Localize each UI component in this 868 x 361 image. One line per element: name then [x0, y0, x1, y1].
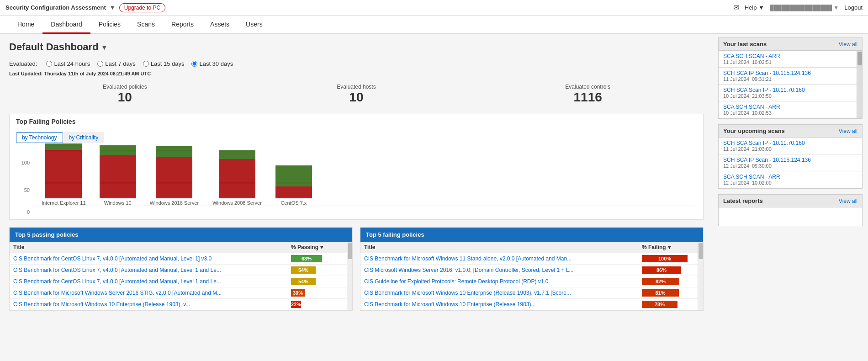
failing-row-1-pct: 100%	[638, 253, 698, 264]
last-scan-1-name[interactable]: SCA SCH SCAN - ARR	[723, 53, 852, 59]
passing-row-1-pct: 68%	[287, 253, 347, 264]
grid-line-bot	[32, 206, 694, 206]
passing-row-2: CIS Benchmark for CentOS Linux 7, v4.0.0…	[10, 265, 347, 276]
latest-reports-view-all[interactable]: View all	[839, 198, 857, 204]
top-passing-content: Title % Passing ▾ CIS Benchmark for Cent…	[10, 242, 347, 310]
passing-row-4: CIS Benchmark for Microsoft Windows Serv…	[10, 287, 347, 299]
bar-red-w2008	[219, 159, 255, 198]
bar-group-centos: CentOS 7.x	[275, 165, 312, 206]
passing-col-pct[interactable]: % Passing ▾	[287, 242, 347, 253]
top-failing-content: Title % Failing ▾ CIS Benchmark for Micr…	[360, 242, 698, 310]
passing-row-1-title[interactable]: CIS Benchmark for CentOS Linux 7, v4.0.0…	[10, 253, 287, 264]
mail-icon[interactable]: ✉	[733, 3, 739, 12]
passing-row-5-title[interactable]: CIS Benchmark for Microsoft Windows 10 E…	[10, 299, 287, 310]
last-scans-header: Your last scans View all	[719, 38, 862, 51]
top-passing-box: Top 5 passing policies Title % Passing ▾…	[9, 227, 353, 311]
upcoming-scan-3-name[interactable]: SCA SCH SCAN - ARR	[723, 174, 857, 180]
tab-by-criticality[interactable]: by Criticality	[63, 132, 105, 143]
bar-green-centos	[275, 165, 312, 186]
passing-row-2-title[interactable]: CIS Benchmark for CentOS Linux 7, v4.0.0…	[10, 265, 287, 276]
passing-row-5-pct: 22%	[287, 299, 347, 310]
upcoming-scans-section: Your upcoming scans View all SCH SCA Sca…	[718, 124, 863, 189]
bar-red-w10	[100, 155, 136, 198]
failing-row-3-title[interactable]: CIS Guideline for Exploited Protocols: R…	[360, 276, 638, 287]
radio-7d[interactable]: Last 7 days	[97, 60, 136, 67]
passing-scrollbar[interactable]	[347, 242, 352, 310]
failing-row-5-title[interactable]: CIS Benchmark for Microsoft Windows 10 E…	[360, 299, 638, 310]
passing-col-header: Title % Passing ▾	[10, 242, 347, 253]
upcoming-scans-header: Your upcoming scans View all	[719, 125, 862, 138]
dashboard-dropdown-arrow[interactable]: ▾	[102, 43, 106, 52]
last-scans-view-all[interactable]: View all	[839, 41, 857, 48]
last-scans-list: SCA SCH SCAN - ARR 11 Jul 2024, 10:02:51…	[719, 51, 857, 118]
passing-row-3-title[interactable]: CIS Benchmark for CentOS Linux 7, v4.0.0…	[10, 276, 287, 287]
bar-red-ie	[45, 150, 82, 198]
nav-item-dashboard[interactable]: Dashboard	[42, 16, 90, 34]
bar-green-ie	[45, 143, 82, 150]
logout-link[interactable]: Logout	[844, 4, 863, 11]
nav-item-home[interactable]: Home	[9, 16, 42, 34]
upcoming-scans-view-all[interactable]: View all	[839, 128, 857, 134]
last-scan-4-date: 10 Jul 2024, 10:02:53	[723, 110, 852, 116]
passing-scroll-thumb[interactable]	[348, 243, 352, 259]
bar-green-w2008	[219, 150, 255, 159]
bar-green-w2016	[156, 146, 192, 157]
top-failing-box: Top 5 failing policies Title % Failing ▾…	[360, 227, 704, 311]
last-scan-2-name[interactable]: SCH SCA IP Scan - 10.115.124.136	[723, 70, 852, 76]
upgrade-button[interactable]: Upgrade to PC	[119, 3, 165, 12]
nav-item-assets[interactable]: Assets	[202, 16, 238, 34]
last-scan-4: SCA SCH SCAN - ARR 10 Jul 2024, 10:02:53	[719, 101, 857, 118]
failing-row-3: CIS Guideline for Exploited Protocols: R…	[360, 276, 698, 287]
top-passing-header: Top 5 passing policies	[10, 228, 352, 242]
last-scan-4-name[interactable]: SCA SCH SCAN - ARR	[723, 104, 852, 110]
help-link[interactable]: Help ▼	[745, 4, 764, 11]
bar-group-w2008: Windows 2008 Server	[212, 150, 262, 206]
failing-scrollbar[interactable]	[698, 242, 703, 310]
user-info: ████████████████ ▼	[770, 5, 839, 11]
nav-item-reports[interactable]: Reports	[163, 16, 202, 34]
top-bar: Security Configuration Assessment ▼ Upgr…	[0, 0, 868, 16]
last-scan-3-name[interactable]: SCH SCA Scan IP - 10.11.70.160	[723, 87, 852, 93]
bar-stack-w2016	[156, 146, 192, 198]
failing-row-4-title[interactable]: CIS Benchmark for Microsoft Windows 10 E…	[360, 287, 638, 298]
chart-bars-area: Internet Explorer 11 Windows 10	[32, 151, 694, 215]
failing-row-2-title[interactable]: CIS Microsoft Windows Server 2016, v1.0.…	[360, 265, 638, 276]
radio-30d[interactable]: Last 30 days	[191, 60, 233, 67]
pct-bar-5: 22%	[291, 301, 301, 308]
bar-label-w2008: Windows 2008 Server	[212, 200, 262, 206]
tab-by-technology[interactable]: by Technology	[16, 132, 63, 143]
last-scans-scrollbar[interactable]	[857, 51, 862, 118]
upcoming-scan-2: SCH SCA IP Scan - 10.115.124.136 12 Jul …	[719, 154, 862, 171]
latest-reports-body	[719, 207, 862, 226]
upcoming-scan-3: SCA SCH SCAN - ARR 12 Jul 2024, 10:02:00	[719, 171, 862, 188]
upcoming-scan-2-name[interactable]: SCH SCA IP Scan - 10.115.124.136	[723, 157, 857, 163]
last-scans-scroll-thumb[interactable]	[857, 52, 862, 65]
failing-row-1-title[interactable]: CIS Benchmark for Microsoft Windows 11 S…	[360, 253, 638, 264]
nav-item-users[interactable]: Users	[238, 16, 271, 34]
radio-15d[interactable]: Last 15 days	[143, 60, 185, 67]
bar-red-w2016	[156, 157, 192, 198]
latest-reports-header: Latest reports View all	[719, 195, 862, 207]
passing-row-3-pct: 54%	[287, 276, 347, 287]
failing-col-pct[interactable]: % Failing ▾	[638, 242, 698, 253]
failing-col-header: Title % Failing ▾	[360, 242, 698, 253]
failing-row-5-pct: 78%	[638, 299, 698, 310]
upcoming-scans-list: SCH SCA Scan IP - 10.11.70.160 11 Jul 20…	[719, 138, 862, 188]
failing-scroll-thumb[interactable]	[699, 243, 703, 259]
pct-bar-1: 68%	[291, 255, 322, 262]
nav-bar: Home Dashboard Policies Scans Reports As…	[0, 16, 868, 34]
radio-24h[interactable]: Last 24 hours	[46, 60, 90, 67]
nav-item-scans[interactable]: Scans	[129, 16, 163, 34]
top-failing-policies-box: Top Failing Policies by Technology by Cr…	[9, 114, 704, 220]
passing-row-4-title[interactable]: CIS Benchmark for Microsoft Windows Serv…	[10, 287, 287, 298]
top-failing-policies-header: Top Failing Policies	[10, 114, 703, 129]
upcoming-scan-1-name[interactable]: SCH SCA Scan IP - 10.11.70.160	[723, 140, 857, 146]
failing-row-2-pct: 86%	[638, 265, 698, 276]
passing-row-4-pct: 30%	[287, 287, 347, 298]
nav-item-policies[interactable]: Policies	[90, 16, 129, 34]
bars-row: Internet Explorer 11 Windows 10	[32, 151, 694, 206]
app-title-dropdown-arrow[interactable]: ▼	[110, 4, 116, 11]
evaluated-label: Evaluated:	[9, 60, 37, 67]
upcoming-scans-title: Your upcoming scans	[723, 127, 785, 134]
grid-line-top	[32, 151, 694, 151]
